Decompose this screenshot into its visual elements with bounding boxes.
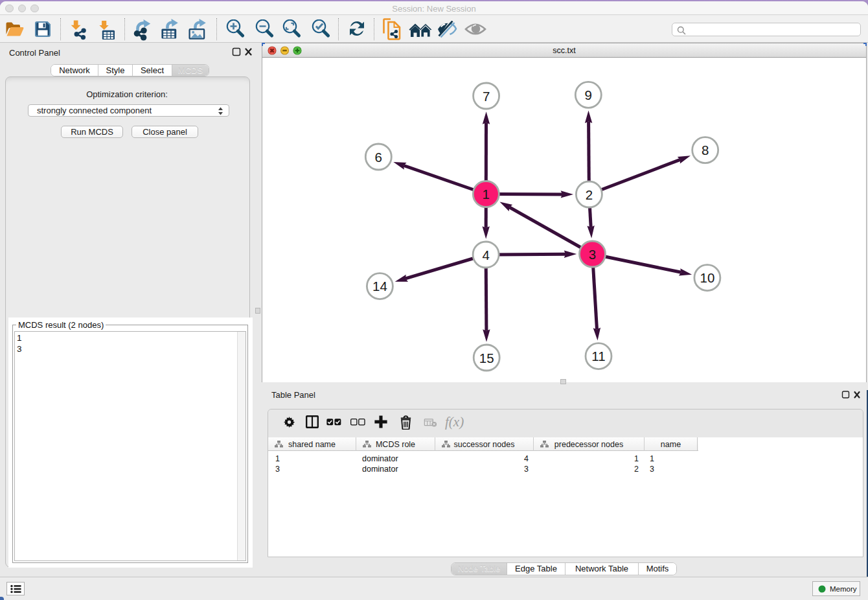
svg-text:10: 10 [700,270,714,285]
svg-text:2: 2 [586,187,593,202]
svg-text:9: 9 [585,87,592,102]
svg-text:7: 7 [483,89,490,104]
svg-text:6: 6 [375,150,382,165]
svg-text:3: 3 [589,247,596,262]
svg-text:4: 4 [482,248,489,262]
svg-text:15: 15 [479,351,494,365]
svg-text:11: 11 [591,349,605,363]
svg-text:14: 14 [372,279,387,294]
svg-text:8: 8 [702,143,709,157]
svg-text:1: 1 [483,187,490,202]
